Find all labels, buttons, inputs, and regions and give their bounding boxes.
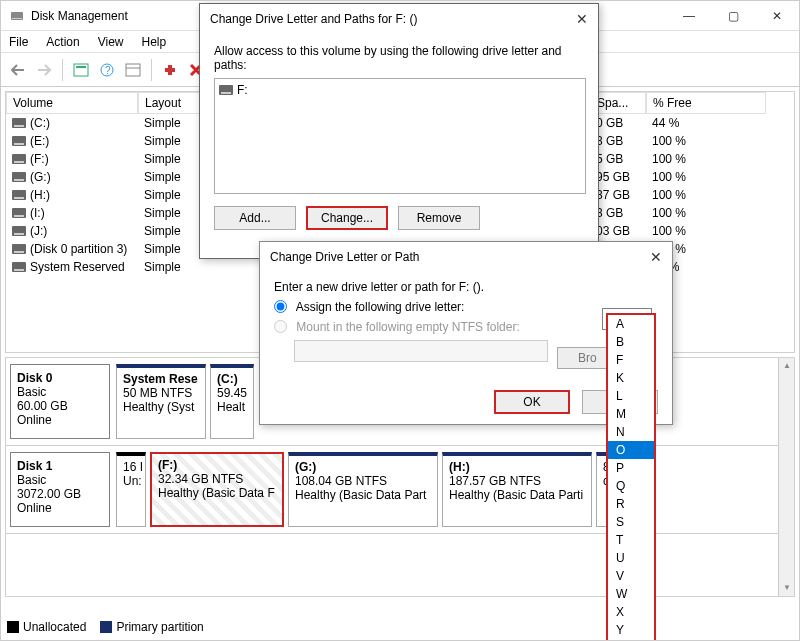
partition-unalloc-1[interactable]: 16 I Un: xyxy=(116,452,146,527)
help-icon[interactable]: ? xyxy=(96,59,118,81)
header-layout[interactable]: Layout xyxy=(138,92,200,114)
dialog-message: Enter a new drive letter or path for F: … xyxy=(274,280,658,294)
svg-rect-1 xyxy=(12,18,22,19)
dropdown-item[interactable]: M xyxy=(608,405,654,423)
disk0-header[interactable]: Disk 0 Basic 60.00 GB Online xyxy=(10,364,110,439)
partition-c[interactable]: (C:) 59.45 Healt xyxy=(210,364,254,439)
close-icon[interactable]: ✕ xyxy=(650,249,662,265)
ok-button[interactable]: OK xyxy=(494,390,570,414)
header-volume[interactable]: Volume xyxy=(6,92,138,114)
dropdown-item[interactable]: U xyxy=(608,549,654,567)
app-icon xyxy=(9,8,25,24)
paths-listbox[interactable]: F: xyxy=(214,78,586,194)
dropdown-item[interactable]: S xyxy=(608,513,654,531)
dropdown-item[interactable]: O xyxy=(608,441,654,459)
partition-system-reserved[interactable]: System Rese 50 MB NTFS Healthy (Syst xyxy=(116,364,206,439)
app-title: Disk Management xyxy=(31,9,128,23)
dropdown-item[interactable]: Y xyxy=(608,621,654,639)
dropdown-item[interactable]: T xyxy=(608,531,654,549)
dropdown-item[interactable]: B xyxy=(608,333,654,351)
dropdown-item[interactable]: R xyxy=(608,495,654,513)
svg-rect-6 xyxy=(126,64,140,76)
drive-letter-dropdown[interactable]: ABFKLMNOPQRSTUVWXYZ xyxy=(606,313,656,641)
dialog-message: Allow access to this volume by using the… xyxy=(214,44,584,72)
assign-letter-radio[interactable] xyxy=(274,300,287,313)
menu-help[interactable]: Help xyxy=(142,35,167,49)
view-volumes-icon[interactable] xyxy=(70,59,92,81)
dropdown-item[interactable]: Q xyxy=(608,477,654,495)
drive-icon xyxy=(12,208,26,218)
drive-icon xyxy=(12,262,26,272)
forward-button[interactable] xyxy=(33,59,55,81)
dialog-title: Change Drive Letter or Path xyxy=(270,250,419,264)
header-free[interactable]: % Free xyxy=(646,92,766,114)
svg-text:?: ? xyxy=(105,65,111,76)
drive-icon xyxy=(12,172,26,182)
dropdown-item[interactable]: K xyxy=(608,369,654,387)
scroll-up-icon[interactable]: ▲ xyxy=(779,358,795,374)
menu-file[interactable]: File xyxy=(9,35,28,49)
dropdown-item[interactable]: A xyxy=(608,315,654,333)
dropdown-item[interactable]: L xyxy=(608,387,654,405)
dropdown-item[interactable]: N xyxy=(608,423,654,441)
svg-rect-2 xyxy=(74,64,88,76)
drive-icon xyxy=(12,136,26,146)
properties-icon[interactable] xyxy=(122,59,144,81)
svg-rect-3 xyxy=(76,66,86,68)
dropdown-item[interactable]: X xyxy=(608,603,654,621)
svg-rect-9 xyxy=(165,68,175,72)
drive-icon xyxy=(219,85,233,95)
dropdown-item[interactable]: V xyxy=(608,567,654,585)
drive-icon xyxy=(12,190,26,200)
legend: Unallocated Primary partition xyxy=(7,620,204,634)
dropdown-item[interactable]: F xyxy=(608,351,654,369)
partition-g[interactable]: (G:) 108.04 GB NTFS Healthy (Basic Data … xyxy=(288,452,438,527)
minimize-button[interactable]: — xyxy=(667,1,711,31)
menu-view[interactable]: View xyxy=(98,35,124,49)
vertical-scrollbar[interactable]: ▲ ▼ xyxy=(778,358,794,596)
change-button[interactable]: Change... xyxy=(306,206,388,230)
refresh-icon[interactable] xyxy=(159,59,181,81)
dialog-title: Change Drive Letter and Paths for F: () xyxy=(210,12,417,26)
disk1-header[interactable]: Disk 1 Basic 3072.00 GB Online xyxy=(10,452,110,527)
drive-icon xyxy=(12,244,26,254)
remove-button[interactable]: Remove xyxy=(398,206,480,230)
maximize-button[interactable]: ▢ xyxy=(711,1,755,31)
close-button[interactable]: ✕ xyxy=(755,1,799,31)
close-icon[interactable]: ✕ xyxy=(576,11,588,27)
partition-h[interactable]: (H:) 187.57 GB NTFS Healthy (Basic Data … xyxy=(442,452,592,527)
dropdown-item[interactable]: W xyxy=(608,585,654,603)
folder-path-field xyxy=(294,340,548,362)
menu-action[interactable]: Action xyxy=(46,35,79,49)
back-button[interactable] xyxy=(7,59,29,81)
partition-f[interactable]: (F:) 32.34 GB NTFS Healthy (Basic Data F xyxy=(150,452,284,527)
mount-folder-radio xyxy=(274,320,287,333)
drive-icon xyxy=(12,226,26,236)
scroll-down-icon[interactable]: ▼ xyxy=(779,580,795,596)
drive-icon xyxy=(12,154,26,164)
dropdown-item[interactable]: P xyxy=(608,459,654,477)
add-button[interactable]: Add... xyxy=(214,206,296,230)
drive-icon xyxy=(12,118,26,128)
change-paths-dialog: Change Drive Letter and Paths for F: () … xyxy=(199,3,599,259)
